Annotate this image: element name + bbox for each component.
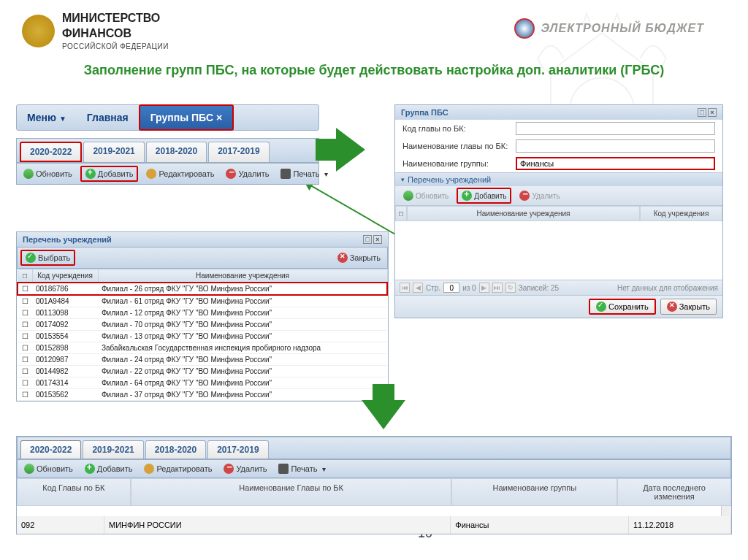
edit-icon xyxy=(146,169,156,179)
modal-grid-body xyxy=(395,221,722,280)
save-label: Сохранить xyxy=(608,302,649,311)
refresh-button[interactable]: Обновить xyxy=(20,462,77,475)
cell-code: 00153562 xyxy=(32,389,98,401)
picker-toolbar: Выбрать Закрыть xyxy=(17,247,388,269)
checkbox[interactable]: ☐ xyxy=(18,377,32,389)
table-row[interactable]: ☐001А9484Филиал - 61 отряд ФКУ "ГУ "ВО М… xyxy=(18,295,387,307)
delete-button[interactable]: Удалить xyxy=(220,462,270,475)
scrollbar[interactable] xyxy=(721,506,731,516)
input-groupname[interactable] xyxy=(516,157,715,170)
table-row[interactable]: ☐00152898Забайкальская Государственная и… xyxy=(18,342,387,354)
year-tab-0[interactable]: 2020-2022 xyxy=(20,142,82,162)
year-tab-3[interactable]: 2017-2019 xyxy=(207,440,268,459)
close-icon[interactable]: × xyxy=(708,108,717,117)
picker-close-button[interactable]: Закрыть xyxy=(334,251,384,264)
checkbox[interactable]: ☐ xyxy=(18,389,32,401)
refresh-button[interactable]: Обновить xyxy=(20,167,76,180)
cell-code: 001А9484 xyxy=(32,295,98,307)
maximize-icon[interactable]: □ xyxy=(698,108,706,117)
checkbox[interactable]: ☐ xyxy=(18,307,32,319)
pager-refresh[interactable]: ↻ xyxy=(505,283,516,293)
edit-button[interactable]: Редактировать xyxy=(140,462,215,475)
modal-titlebar: Группа ПБС □ × xyxy=(395,105,722,120)
year-tab-2[interactable]: 2018-2020 xyxy=(145,440,206,459)
label-bkcode: Код главы по БК: xyxy=(402,124,516,133)
checkbox[interactable]: ☐ xyxy=(18,295,32,307)
modal-refresh-button[interactable]: Обновить xyxy=(400,188,452,204)
print-button[interactable]: Печать▾ xyxy=(275,462,329,475)
cell-code: 092 xyxy=(17,516,104,534)
table-row[interactable]: ☐00153554Филиал - 13 отряд ФКУ "ГУ "ВО М… xyxy=(18,331,387,342)
arrow-right-icon xyxy=(336,128,365,172)
input-bkname[interactable] xyxy=(516,139,715,153)
cell-code: 00186786 xyxy=(32,283,98,295)
groups-tab[interactable]: Группы ПБС × xyxy=(139,104,234,131)
year-tab-3[interactable]: 2017-2019 xyxy=(208,142,269,162)
pager-page-input[interactable] xyxy=(443,283,459,293)
save-button[interactable]: Сохранить xyxy=(589,299,656,315)
modal-add-button[interactable]: Добавить xyxy=(457,188,511,204)
delete-icon xyxy=(224,464,234,474)
checkbox[interactable]: ☐ xyxy=(18,366,32,377)
home-button[interactable]: Главная xyxy=(77,106,139,129)
checkbox[interactable]: ☐ xyxy=(18,354,32,366)
add-icon xyxy=(462,191,472,201)
year-tab-1[interactable]: 2019-2021 xyxy=(83,440,143,459)
checkbox[interactable]: ☐ xyxy=(18,319,32,331)
checkbox-col[interactable]: □ xyxy=(395,206,407,221)
cell-name: МИНФИН РОССИИ xyxy=(104,516,451,534)
section-institutions[interactable]: ▾Перечень учреждений xyxy=(395,172,722,186)
maximize-icon[interactable]: □ xyxy=(363,235,372,244)
year-tab-0[interactable]: 2020-2022 xyxy=(20,440,81,459)
col-bkcode: Код Главы по БК xyxy=(17,478,131,506)
table-row[interactable]: ☐00174314Филиал - 64 отряд ФКУ "ГУ "ВО М… xyxy=(18,377,387,389)
table-row[interactable]: ☐00144982Филиал - 22 отряд ФКУ "ГУ "ВО М… xyxy=(18,366,387,377)
modal-pager: ⏮ ◀ Стр. из 0 ▶ ⏭ ↻ Записей: 25 Нет данн… xyxy=(395,280,722,295)
pager-prev[interactable]: ◀ xyxy=(413,283,423,293)
year-tab-1[interactable]: 2019-2021 xyxy=(83,142,144,162)
pager-page-label: Стр. xyxy=(426,284,440,292)
result-row[interactable]: 092 МИНФИН РОССИИ Финансы 11.12.2018 xyxy=(17,516,731,534)
menu-button[interactable]: Меню▼ xyxy=(17,106,77,129)
table-row[interactable]: ☐00186786Филиал - 26 отряд ФКУ "ГУ "ВО М… xyxy=(18,283,387,295)
scroll-area xyxy=(17,506,731,516)
pager-first[interactable]: ⏮ xyxy=(400,283,410,293)
ok-icon xyxy=(596,302,606,312)
refresh-icon xyxy=(403,191,413,201)
modal-footer: Сохранить Закрыть xyxy=(395,295,722,318)
chevron-down-icon: ▾ xyxy=(324,170,328,178)
checkbox[interactable]: ☐ xyxy=(18,342,32,354)
edit-icon xyxy=(144,464,154,474)
select-button[interactable]: Выбрать xyxy=(20,250,75,266)
result-panel: 2020-2022 2019-2021 2018-2020 2017-2019 … xyxy=(16,436,732,534)
modal-delete-button[interactable]: Удалить xyxy=(516,188,563,204)
pager-next[interactable]: ▶ xyxy=(479,283,489,293)
elec-budget-icon xyxy=(514,18,535,39)
refresh-label: Обновить xyxy=(36,169,72,178)
add-button[interactable]: Добавить xyxy=(81,462,137,475)
table-row[interactable]: ☐00113098Филиал - 12 отряд ФКУ "ГУ "ВО М… xyxy=(18,307,387,319)
table-row[interactable]: ☐00153562Филиал - 37 отряд ФКУ "ГУ "ВО М… xyxy=(18,389,387,401)
delete-button[interactable]: Удалить xyxy=(222,167,272,180)
add-button[interactable]: Добавить xyxy=(80,166,139,182)
label: Печать xyxy=(291,464,317,473)
ministry-line1: МИНИСТЕРСТВО xyxy=(62,11,169,26)
input-bkcode[interactable] xyxy=(516,122,715,135)
toolbar-main: Обновить Добавить Редактировать Удалить … xyxy=(16,163,319,185)
edit-button[interactable]: Редактировать xyxy=(142,167,218,180)
year-tabs: 2020-2022 2019-2021 2018-2020 2017-2019 xyxy=(16,138,319,163)
checkbox-header[interactable]: □ xyxy=(18,269,32,283)
pager-last[interactable]: ⏭ xyxy=(492,283,503,293)
close-icon[interactable]: × xyxy=(373,235,382,244)
checkbox[interactable]: ☐ xyxy=(18,283,32,295)
edit-label: Редактировать xyxy=(159,169,214,178)
table-row[interactable]: ☐00120987Филиал - 24 отряд ФКУ "ГУ "ВО М… xyxy=(18,354,387,366)
year-tab-2[interactable]: 2018-2020 xyxy=(146,142,207,162)
close-button[interactable]: Закрыть xyxy=(660,299,717,315)
print-button[interactable]: Печать▾ xyxy=(277,167,332,180)
table-row[interactable]: ☐00174092Филиал - 70 отряд ФКУ "ГУ "ВО М… xyxy=(18,319,387,331)
cell-name: Филиал - 61 отряд ФКУ "ГУ "ВО Минфина Ро… xyxy=(98,295,387,307)
print-icon xyxy=(278,464,289,474)
checkbox[interactable]: ☐ xyxy=(18,331,32,342)
pager-nodata: Нет данных для отображения xyxy=(617,284,718,292)
